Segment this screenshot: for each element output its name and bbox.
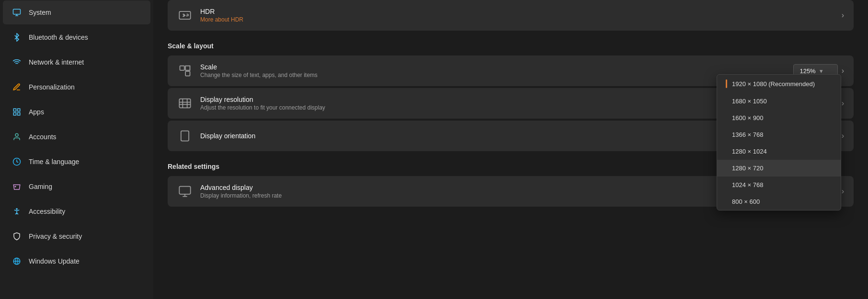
sidebar-item-network[interactable]: Network & internet [3,50,150,74]
main-content: HDR More about HDR › Scale & layout Scal… [153,0,868,299]
sidebar-item-bluetooth[interactable]: Bluetooth & devices [3,25,150,49]
scale-icon [177,63,193,78]
scale-title: Scale [200,63,786,71]
advanced-display-icon [177,184,193,199]
gaming-icon [11,181,22,192]
scale-row-chevron: › [842,66,844,75]
scale-content: Scale Change the size of text, apps, and… [200,63,786,78]
display-orientation-chevron: › [842,132,844,140]
dropdown-option-5[interactable]: 1280 × 720 [717,160,841,177]
hdr-chevron: › [842,11,844,20]
display-resolution-chevron: › [842,99,844,108]
hdr-content: HDR More about HDR [200,8,834,23]
dropdown-option-3[interactable]: 1366 × 768 [717,126,841,143]
display-resolution-action: › [842,99,844,108]
sidebar-label-apps: Apps [29,108,44,116]
sidebar-label-windows-update: Windows Update [29,257,80,265]
dropdown-option-label-1: 1680 × 1050 [732,98,767,105]
svg-rect-2 [18,109,20,111]
dropdown-option-label-2: 1600 × 900 [732,114,763,122]
dropdown-option-0[interactable]: 1920 × 1080 (Recommended) [717,75,841,93]
dropdown-option-label-4: 1280 × 1024 [732,148,767,155]
svg-rect-4 [18,113,20,115]
sidebar-item-privacy[interactable]: Privacy & security [3,224,150,248]
sidebar-item-gaming[interactable]: Gaming [3,175,150,199]
dropdown-option-7[interactable]: 800 × 600 [717,193,841,210]
sidebar-label-accessibility: Accessibility [29,208,65,215]
sidebar-item-windows-update[interactable]: Windows Update [3,249,150,273]
sidebar-item-accounts[interactable]: Accounts [3,125,150,149]
advanced-display-action: › [842,187,844,196]
sidebar-item-personalization[interactable]: Personalization [3,75,150,99]
sidebar-item-time[interactable]: Time & language [3,150,150,174]
hdr-link[interactable]: More about HDR [200,16,834,23]
dropdown-option-label-7: 800 × 600 [732,198,760,205]
apps-icon [11,107,22,117]
sidebar-label-time: Time & language [29,158,79,166]
accessibility-icon [11,206,22,217]
dropdown-option-label-6: 1024 × 768 [732,181,763,188]
dropdown-option-6[interactable]: 1024 × 768 [717,177,841,193]
sidebar-label-gaming: Gaming [29,183,52,190]
svg-point-7 [16,209,17,210]
sidebar: System Bluetooth & devices Network & int… [0,0,153,299]
hdr-icon [177,8,193,23]
recommended-bar [726,79,727,88]
windows-update-icon [11,256,22,266]
time-icon [11,156,22,167]
personalization-icon [11,82,22,92]
scale-subtitle: Change the size of text, apps, and other… [200,72,786,78]
bluetooth-icon [11,32,22,43]
svg-rect-3 [13,113,16,115]
sidebar-item-apps[interactable]: Apps [3,100,150,124]
sidebar-label-personalization: Personalization [29,83,75,91]
hdr-row[interactable]: HDR More about HDR › [168,0,854,31]
dropdown-option-label-3: 1366 × 768 [732,131,763,138]
display-orientation-icon [177,128,193,144]
system-icon [11,7,22,18]
svg-point-5 [15,133,18,136]
advanced-display-chevron: › [842,187,844,196]
hdr-title: HDR [200,8,834,15]
privacy-icon [11,231,22,242]
svg-rect-1 [13,109,16,111]
sidebar-label-accounts: Accounts [29,133,57,141]
sidebar-label-privacy: Privacy & security [29,233,82,240]
svg-rect-0 [13,9,21,14]
dropdown-option-1[interactable]: 1680 × 1050 [717,93,841,110]
dropdown-option-4[interactable]: 1280 × 1024 [717,143,841,160]
accounts-icon [11,132,22,142]
svg-rect-10 [185,71,190,76]
svg-rect-11 [179,99,190,108]
network-icon [11,57,22,67]
scale-value: 125% [799,67,815,75]
resolution-dropdown: 1920 × 1080 (Recommended)1680 × 10501600… [717,74,841,210]
display-orientation-action: › [842,132,844,140]
scale-dropdown-chevron: ▾ [820,67,823,75]
svg-rect-9 [180,66,184,70]
sidebar-label-system: System [29,9,51,16]
sidebar-item-system[interactable]: System [3,0,150,24]
svg-rect-13 [179,187,190,194]
dropdown-option-label-0: 1920 × 1080 (Recommended) [732,80,815,88]
scale-section-title: Scale & layout [168,33,854,55]
sidebar-label-network: Network & internet [29,58,84,66]
dropdown-option-label-5: 1280 × 720 [732,165,763,172]
dropdown-option-2[interactable]: 1600 × 900 [717,110,841,126]
sidebar-label-bluetooth: Bluetooth & devices [29,33,88,41]
display-resolution-icon [177,96,193,111]
sidebar-item-accessibility[interactable]: Accessibility [3,199,150,223]
